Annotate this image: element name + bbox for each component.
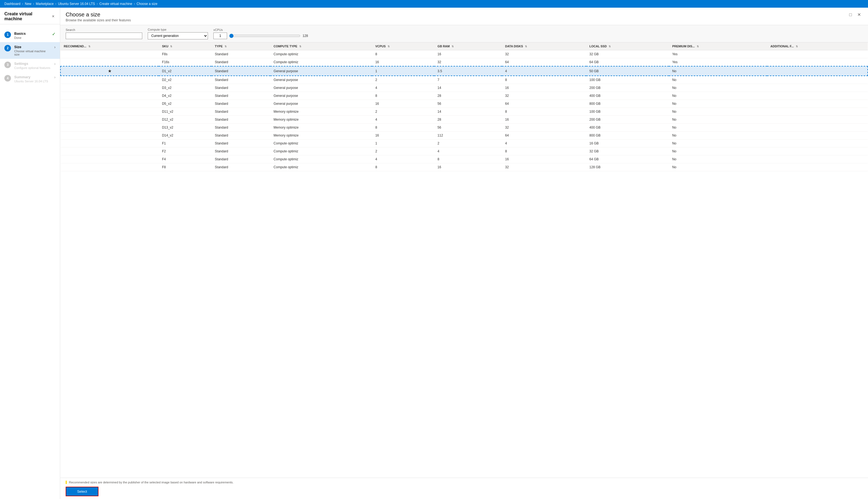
cell-vcpus-13: 4 [372,155,434,163]
breadcrumb-sep-4: › [97,2,98,6]
cell-type-5: Standard [211,92,270,100]
left-panel: Create virtual machine × 1 Basics Done ✓… [0,8,60,499]
cell-compute-type-6: General purpose [270,100,372,108]
cell-vcpus-6: 16 [372,100,434,108]
cell-vcpus-4: 4 [372,84,434,92]
col-gb-ram[interactable]: GB RAM ⇅ [434,42,502,50]
cell-recommended-12 [60,147,159,155]
cell-premium-dis-5: No [669,92,767,100]
table-row[interactable]: D13_v2 Standard Memory optimize 8 56 32 … [60,124,868,132]
breadcrumb-ubuntu[interactable]: Ubuntu Server 16.04 LTS [58,2,95,6]
cell-data-disks-12: 8 [502,147,586,155]
cell-additional-f-5 [767,92,868,100]
breadcrumb-new[interactable]: New [25,2,32,6]
col-recommended[interactable]: RECOMMEND... ⇅ [60,42,159,50]
table-row[interactable]: D3_v2 Standard General purpose 4 14 16 2… [60,84,868,92]
cell-recommended-5 [60,92,159,100]
cell-sku-5: D4_v2 [159,92,211,100]
step-1-content: Basics Done [14,32,49,39]
cell-recommended-10 [60,132,159,139]
cell-compute-type-10: Memory optimize [270,132,372,139]
cell-data-disks-2: 4 [502,66,586,76]
table-row[interactable]: D5_v2 Standard General purpose 16 56 64 … [60,100,868,108]
cell-type-8: Standard [211,116,270,124]
cell-local-ssd-12: 32 GB [586,147,669,155]
sort-compute-icon: ⇅ [299,45,302,48]
col-data-disks[interactable]: DATA DISKS ⇅ [502,42,586,50]
cell-local-ssd-10: 800 GB [586,132,669,139]
cell-local-ssd-3: 100 GB [586,76,669,84]
table-row[interactable]: F2 Standard Compute optimiz 2 4 8 32 GB … [60,147,868,155]
table-row[interactable]: F8s Standard Compute optimiz 8 16 32 32 … [60,50,868,58]
cell-compute-type-1: Compute optimiz [270,58,372,66]
table-row[interactable]: F4 Standard Compute optimiz 4 8 16 64 GB… [60,155,868,163]
cell-local-ssd-11: 16 GB [586,139,669,147]
cell-vcpus-8: 4 [372,116,434,124]
cell-recommended-2: ★ [60,66,159,76]
cell-premium-dis-10: No [669,132,767,139]
cell-recommended-9 [60,124,159,132]
col-vcpus[interactable]: VCPUS ⇅ [372,42,434,50]
cell-compute-type-4: General purpose [270,84,372,92]
table-row[interactable]: D2_v2 Standard General purpose 2 7 8 100… [60,76,868,84]
table-row[interactable]: D11_v2 Standard Memory optimize 2 14 8 1… [60,108,868,116]
cell-additional-f-12 [767,147,868,155]
table-row[interactable]: F1 Standard Compute optimiz 1 2 4 16 GB … [60,139,868,147]
cell-data-disks-0: 32 [502,50,586,58]
step-4-arrow-icon: › [54,75,56,79]
step-summary[interactable]: 4 Summary Ubuntu Server 16.04 LTS › [0,72,60,86]
cell-gb-ram-3: 7 [434,76,502,84]
search-label: Search [66,28,142,32]
table-row[interactable]: D12_v2 Standard Memory optimize 4 28 16 … [60,116,868,124]
breadcrumb-create-vm[interactable]: Create virtual machine [99,2,132,6]
cell-data-disks-9: 32 [502,124,586,132]
table-row[interactable]: D4_v2 Standard General purpose 8 28 32 4… [60,92,868,100]
breadcrumb-sep-3: › [55,2,56,6]
col-sku[interactable]: SKU ⇅ [159,42,211,50]
table-row[interactable]: ★ D1_v2 Standard General purpose 1 3.5 4… [60,66,868,76]
sort-type-icon: ⇅ [224,45,227,48]
col-type[interactable]: TYPE ⇅ [211,42,270,50]
cell-local-ssd-9: 400 GB [586,124,669,132]
restore-button[interactable]: □ [847,12,854,18]
close-button[interactable]: × [51,13,56,20]
cell-gb-ram-7: 14 [434,108,502,116]
cell-sku-10: D14_v2 [159,132,211,139]
col-additional-f[interactable]: ADDITIONAL F... ⇅ [767,42,868,50]
col-compute-type[interactable]: COMPUTE TYPE ⇅ [270,42,372,50]
step-settings[interactable]: 3 Settings Configure optional features › [0,59,60,72]
cell-compute-type-3: General purpose [270,76,372,84]
cell-vcpus-5: 8 [372,92,434,100]
col-premium-dis[interactable]: PREMIUM DIS... ⇅ [669,42,767,50]
cell-local-ssd-1: 64 GB [586,58,669,66]
col-local-ssd[interactable]: LOCAL SSD ⇅ [586,42,669,50]
cell-vcpus-7: 2 [372,108,434,116]
breadcrumb-marketplace[interactable]: Marketplace [36,2,53,6]
select-button[interactable]: Select [66,487,98,496]
cell-data-disks-14: 32 [502,163,586,171]
maximize-close-button[interactable]: ✕ [856,12,863,18]
compute-type-select[interactable]: Current generation All types Previous ge… [148,32,208,39]
table-row[interactable]: D14_v2 Standard Memory optimize 16 112 6… [60,132,868,139]
vcpu-slider[interactable] [229,34,301,38]
cell-compute-type-14: Compute optimiz [270,163,372,171]
cell-recommended-0 [60,50,159,58]
cell-type-11: Standard [211,139,270,147]
cell-data-disks-8: 16 [502,116,586,124]
right-panel: Choose a size Browse the available sizes… [60,8,868,499]
cell-type-14: Standard [211,163,270,171]
step-basics[interactable]: 1 Basics Done ✓ [0,29,60,42]
step-1-subtitle: Done [14,36,49,39]
search-input[interactable] [66,33,142,39]
breadcrumb-dashboard[interactable]: Dashboard [4,2,21,6]
step-1-number: 1 [4,32,11,38]
cell-data-disks-13: 16 [502,155,586,163]
step-size[interactable]: 2 Size Choose virtual machine size › [0,42,60,59]
main-layout: Create virtual machine × 1 Basics Done ✓… [0,8,868,499]
vcpu-min-input[interactable] [213,33,227,39]
table-row[interactable]: F16s Standard Compute optimiz 16 32 64 6… [60,58,868,66]
step-2-arrow-icon: › [54,45,56,49]
cell-premium-dis-2: No [669,66,767,76]
table-row[interactable]: F8 Standard Compute optimiz 8 16 32 128 … [60,163,868,171]
cell-type-10: Standard [211,132,270,139]
